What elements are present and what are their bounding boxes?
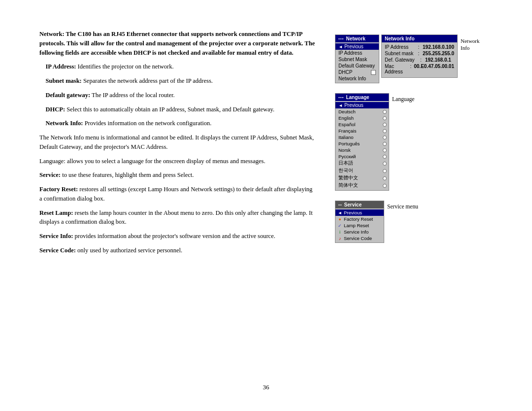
japanese-radio[interactable] <box>383 162 387 166</box>
trad-chinese-label: 繁體中文 <box>338 175 358 181</box>
trad-chinese-radio[interactable] <box>383 176 387 180</box>
lamp-reset-label: Lamp Reset <box>344 223 369 228</box>
network-info-body: IP Address : 192.168.0.100 Subnet mask :… <box>382 42 457 77</box>
service-side-label: Service menu <box>387 201 418 209</box>
network-panel-group: ••• Network ◄ Previous IP Address Subnet… <box>335 34 463 83</box>
subnet-mask-menu-label: Subnet Mask <box>338 57 367 62</box>
language-header: ••• Language <box>335 94 389 101</box>
francais-radio[interactable] <box>383 129 387 133</box>
service-panel-group: •• Service ◄ Previous ● Factory Reset ✓ … <box>335 201 463 243</box>
lang-previous-label: Previous <box>344 103 364 108</box>
simp-chinese-radio[interactable] <box>383 184 387 188</box>
menu-item-ip-address[interactable]: IP Address <box>335 50 379 56</box>
ip-address-row: IP Address : 192.168.0.100 <box>385 44 454 50</box>
networkinfo-body-para: The Network Info menu is informational a… <box>39 133 315 152</box>
ip-address-para: IP Address: Identifies the projector on … <box>39 62 315 71</box>
ip-address-info-label: IP Address <box>385 44 417 50</box>
lang-item-russian[interactable]: Русский <box>335 153 389 160</box>
ip-label: IP Address: <box>46 63 76 70</box>
lang-item-korean[interactable]: 한국어 <box>335 167 389 174</box>
lang-item-japanese[interactable]: 日本語 <box>335 160 389 167</box>
reset-lamp-para: Reset Lamp: resets the lamp hours counte… <box>39 208 315 227</box>
language-panel-group: ••• Language ◄ Previous Deutsch English <box>335 93 463 191</box>
english-radio[interactable] <box>383 116 387 120</box>
korean-label: 한국어 <box>338 168 353 174</box>
ip-address-menu-label: IP Address <box>338 50 362 56</box>
menu-item-default-gateway[interactable]: Default Gateway <box>335 63 379 69</box>
def-gateway-value: 192.168.0.1 <box>425 57 451 63</box>
deutsch-label: Deutsch <box>338 109 356 114</box>
dhcp-label: DHCP: <box>46 106 66 113</box>
service-item-previous[interactable]: ◄ Previous <box>335 209 384 216</box>
resetlamp-label: Reset Lamp: <box>39 209 73 216</box>
lang-item-trad-chinese[interactable]: 繁體中文 <box>335 174 389 182</box>
lang-item-portugues[interactable]: Português <box>335 140 389 147</box>
deutsch-radio[interactable] <box>383 110 387 114</box>
language-side-label: Language <box>392 93 419 102</box>
norsk-label: Norsk <box>338 147 351 153</box>
factory-label: Factory Reset: <box>39 186 78 193</box>
service-item-service-info[interactable]: i Service Info <box>335 229 384 235</box>
lang-item-espanol[interactable]: Español <box>335 121 389 128</box>
network-info-header-label: Network Info <box>385 36 415 41</box>
italiano-radio[interactable] <box>383 136 387 139</box>
menu-item-subnet-mask[interactable]: Subnet Mask <box>335 56 379 63</box>
menu-item-network-info[interactable]: Network Info <box>335 75 379 82</box>
lang-item-simp-chinese[interactable]: 简体中文 <box>335 182 389 189</box>
mac-address-value: 00.E0.47.05.00.01 <box>414 64 454 74</box>
lamp-reset-icon: ✓ <box>337 223 342 228</box>
dhcp-checkbox[interactable] <box>371 70 376 75</box>
network-intro-para: Network: The C180 has an RJ45 Ethernet c… <box>39 30 315 57</box>
english-label: English <box>338 115 354 121</box>
factory-reset-para: Factory Reset: restores all settings (ex… <box>39 185 315 204</box>
netinfo-label: Network Info: <box>46 120 83 127</box>
service-item-service-code[interactable]: ♪ Service Code <box>335 235 384 241</box>
network-info-panel: Network Info IP Address : 192.168.0.100 … <box>381 34 458 78</box>
service-code-icon: ♪ <box>337 236 342 241</box>
lang-item-deutsch[interactable]: Deutsch <box>335 108 389 115</box>
simp-chinese-label: 简体中文 <box>338 182 358 189</box>
left-column: Network: The C180 has an RJ45 Ethernet c… <box>39 30 315 381</box>
norsk-radio[interactable] <box>383 148 387 152</box>
dhcp-para: DHCP: Select this to automatically obtai… <box>39 105 315 114</box>
portugues-label: Português <box>338 141 360 146</box>
network-info-menu-label: Network Info <box>338 76 366 81</box>
lang-item-norsk[interactable]: Norsk <box>335 147 389 153</box>
network-side-label: NetworkInfo <box>461 34 488 52</box>
menu-item-previous[interactable]: ◄ Previous <box>335 43 379 50</box>
network-menu-header: ••• Network <box>335 35 379 42</box>
portugues-radio[interactable] <box>383 142 387 146</box>
service-item-lamp-reset[interactable]: ✓ Lamp Reset <box>335 222 384 229</box>
francais-label: Français <box>338 128 356 134</box>
def-gateway-info-label: Def. Gateway <box>385 57 419 63</box>
service-info-para: Service Info: provides information about… <box>39 232 315 241</box>
gateway-label: Default gateway: <box>46 92 91 99</box>
def-gateway-row: Def. Gateway : 192.168.0.1 <box>385 57 454 63</box>
network-menu-body: ◄ Previous IP Address Subnet Mask Defaul… <box>335 42 379 83</box>
service-header: •• Service <box>335 201 384 208</box>
language-panel: ••• Language ◄ Previous Deutsch English <box>335 93 389 191</box>
subnet-mask-row: Subnet mask : 255.255.255.0 <box>385 51 454 56</box>
lang-item-francais[interactable]: Français <box>335 128 389 134</box>
russian-radio[interactable] <box>383 155 387 159</box>
service-body: ◄ Previous ● Factory Reset ✓ Lamp Reset … <box>335 208 384 242</box>
espanol-radio[interactable] <box>383 123 387 127</box>
italiano-label: Italiano <box>338 135 354 140</box>
service-previous-label: Previous <box>344 210 362 215</box>
lang-item-italiano[interactable]: Italiano <box>335 134 389 140</box>
lang-item-previous[interactable]: ◄ Previous <box>335 102 389 108</box>
subnet-mask-value: 255.255.255.0 <box>423 51 454 56</box>
default-gateway-menu-label: Default Gateway <box>338 63 375 68</box>
service-header-label: Service <box>344 202 362 207</box>
service-code-label: Service Code <box>344 236 372 241</box>
korean-radio[interactable] <box>383 169 387 173</box>
factory-reset-icon: ● <box>337 217 342 222</box>
mac-address-row: Mac Address : 00.E0.47.05.00.01 <box>385 64 454 74</box>
service-dots: •• <box>338 203 342 207</box>
lang-item-english[interactable]: English <box>335 115 389 121</box>
subnet-mask-info-label: Subnet mask <box>385 51 417 56</box>
menu-item-dhcp[interactable]: DHCP <box>335 69 379 75</box>
netinfo-para: Network Info: Provides information on th… <box>39 119 315 128</box>
service-item-factory-reset[interactable]: ● Factory Reset <box>335 216 384 222</box>
language-header-label: Language <box>346 95 369 100</box>
